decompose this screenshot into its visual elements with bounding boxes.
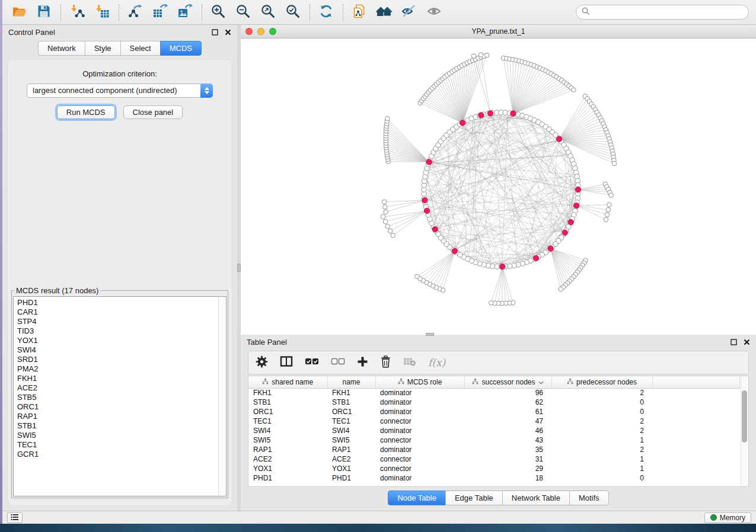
table-cell[interactable]: 1 bbox=[551, 464, 652, 473]
dominator-node[interactable] bbox=[426, 159, 432, 165]
satellite-node[interactable] bbox=[382, 205, 387, 210]
table-cell[interactable]: ACE2 bbox=[248, 454, 327, 464]
table-scrollbar-track[interactable] bbox=[741, 376, 748, 486]
table-cell[interactable]: STB1 bbox=[327, 398, 375, 407]
import-network-button[interactable] bbox=[66, 2, 88, 23]
add-column-button[interactable] bbox=[357, 356, 368, 370]
mcds-result-item[interactable]: CAR1 bbox=[17, 307, 216, 317]
table-row[interactable]: STB1STB1dominator620 bbox=[248, 398, 740, 407]
export-image-button[interactable] bbox=[174, 2, 196, 23]
table-cell[interactable]: SWI5 bbox=[327, 435, 375, 445]
mcds-result-item[interactable]: TID3 bbox=[17, 326, 216, 336]
export-network-button[interactable] bbox=[125, 2, 146, 23]
float-icon[interactable] bbox=[730, 338, 737, 345]
dominator-node[interactable] bbox=[424, 208, 429, 213]
table-cell[interactable]: SWI5 bbox=[248, 435, 327, 445]
satellite-node[interactable] bbox=[605, 213, 610, 217]
table-cell[interactable]: connector bbox=[375, 464, 464, 473]
zoom-selected-button[interactable] bbox=[282, 2, 304, 23]
satellite-node[interactable] bbox=[606, 207, 611, 212]
mcds-result-item[interactable]: STB5 bbox=[17, 393, 216, 402]
table-cell[interactable]: 2 bbox=[551, 445, 652, 454]
table-cell[interactable]: 35 bbox=[464, 445, 551, 454]
satellite-node[interactable] bbox=[384, 210, 388, 214]
table-row[interactable]: TEC1TEC1connector472 bbox=[248, 416, 740, 426]
dominator-node[interactable] bbox=[574, 203, 579, 208]
mcds-result-item[interactable]: YOX1 bbox=[17, 336, 216, 345]
table-cell[interactable]: connector bbox=[375, 454, 464, 464]
table-cell[interactable]: ACE2 bbox=[327, 454, 375, 464]
function-builder-button[interactable]: f(x) bbox=[428, 357, 445, 368]
mcds-result-item[interactable]: PHD1 bbox=[17, 298, 216, 307]
table-cell[interactable]: 0 bbox=[551, 407, 652, 416]
table-cell[interactable]: STB1 bbox=[248, 398, 327, 407]
table-cell[interactable]: YOX1 bbox=[327, 464, 375, 473]
mcds-result-item[interactable]: SWI5 bbox=[17, 431, 216, 440]
table-cell[interactable]: connector bbox=[375, 416, 464, 426]
table-cell[interactable]: FKH1 bbox=[327, 388, 375, 398]
table-cell[interactable]: dominator bbox=[375, 426, 464, 435]
mcds-list-scrollbar[interactable] bbox=[218, 297, 226, 496]
table-cell[interactable]: 18 bbox=[464, 473, 551, 483]
table-cell[interactable]: RAP1 bbox=[248, 445, 327, 454]
table-cell[interactable]: dominator bbox=[375, 407, 464, 416]
zoom-out-button[interactable] bbox=[232, 2, 254, 23]
table-cell[interactable]: FKH1 bbox=[248, 388, 327, 398]
mcds-result-item[interactable]: ORC1 bbox=[17, 402, 216, 412]
table-cell[interactable]: RAP1 bbox=[327, 445, 375, 454]
table-cell[interactable]: ORC1 bbox=[248, 407, 327, 416]
satellite-node[interactable] bbox=[391, 233, 395, 238]
table-row[interactable]: PHD1PHD1dominator180 bbox=[248, 473, 740, 483]
table-row[interactable]: SWI4SWI4dominator462 bbox=[248, 426, 740, 435]
zoom-fit-button[interactable] bbox=[257, 2, 279, 23]
table-cell[interactable]: 29 bbox=[464, 464, 551, 473]
table-cell[interactable]: 1 bbox=[551, 435, 652, 445]
float-icon[interactable] bbox=[211, 28, 218, 36]
table-row[interactable]: ORC1ORC1dominator610 bbox=[248, 407, 740, 416]
search-input[interactable] bbox=[590, 8, 743, 17]
dominator-node[interactable] bbox=[422, 198, 428, 203]
table-cell[interactable]: 61 bbox=[464, 407, 551, 416]
table-cell[interactable]: SWI4 bbox=[248, 426, 327, 435]
table-cell[interactable]: dominator bbox=[375, 445, 464, 454]
run-mcds-button[interactable]: Run MCDS bbox=[57, 105, 115, 119]
duplicate-network-button[interactable] bbox=[349, 2, 370, 23]
mcds-result-item[interactable]: STB1 bbox=[17, 421, 216, 431]
column-header-name[interactable]: name bbox=[327, 376, 375, 388]
dominator-node[interactable] bbox=[568, 219, 573, 225]
table-row[interactable]: ACE2ACE2connector311 bbox=[248, 454, 740, 464]
table-cell[interactable]: 0 bbox=[551, 398, 652, 407]
mcds-result-item[interactable]: SRD1 bbox=[17, 355, 216, 364]
table-row[interactable]: FKH1FKH1dominator962 bbox=[248, 388, 740, 398]
horizontal-splitter-grip[interactable] bbox=[426, 333, 434, 336]
tab-network[interactable]: Network bbox=[38, 41, 85, 56]
mcds-result-item[interactable]: SWI4 bbox=[17, 345, 216, 355]
mcds-result-item[interactable]: RAP1 bbox=[17, 412, 216, 421]
column-view-button[interactable] bbox=[280, 355, 293, 370]
mcds-result-list[interactable]: PHD1CAR1STP4TID3YOX1SWI4SRD1PMA2FKH1ACE2… bbox=[13, 296, 227, 496]
select-all-button[interactable] bbox=[305, 357, 319, 368]
dominator-node[interactable] bbox=[557, 136, 562, 142]
satellite-node[interactable] bbox=[489, 301, 494, 306]
dominator-node[interactable] bbox=[562, 230, 567, 235]
satellite-node[interactable] bbox=[572, 88, 576, 92]
satellite-node[interactable] bbox=[381, 214, 385, 219]
tab-select[interactable]: Select bbox=[120, 41, 161, 56]
show-all-button[interactable] bbox=[423, 2, 445, 23]
dominator-node[interactable] bbox=[460, 120, 465, 126]
table-cell[interactable]: dominator bbox=[375, 388, 464, 398]
column-header-shared-name[interactable]: shared name bbox=[248, 376, 327, 388]
table-row[interactable]: SWI5SWI5connector431 bbox=[248, 435, 740, 445]
tab-node-table[interactable]: Node Table bbox=[388, 491, 446, 505]
table-cell[interactable]: 43 bbox=[464, 435, 551, 445]
satellite-node[interactable] bbox=[559, 287, 563, 291]
deselect-all-button[interactable] bbox=[331, 357, 345, 368]
mcds-result-item[interactable]: STP4 bbox=[17, 317, 216, 326]
search-field[interactable] bbox=[576, 5, 749, 20]
mcds-result-item[interactable]: PMA2 bbox=[17, 364, 216, 374]
close-icon[interactable] bbox=[743, 338, 750, 345]
satellite-node[interactable] bbox=[382, 200, 387, 204]
network-canvas[interactable] bbox=[241, 39, 756, 335]
table-row[interactable]: RAP1RAP1dominator352 bbox=[248, 445, 740, 454]
import-table-button[interactable] bbox=[91, 2, 113, 23]
